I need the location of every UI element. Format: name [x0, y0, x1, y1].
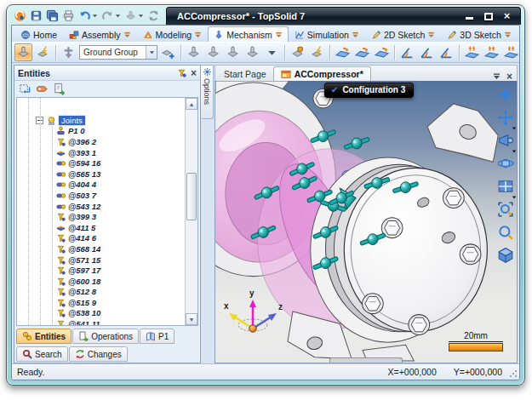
panel-tab[interactable]: Entities [16, 329, 72, 344]
minimize-button[interactable] [464, 11, 475, 21]
toolbar-button[interactable] [308, 43, 326, 61]
toolbar-button[interactable] [185, 43, 203, 61]
toolbar-button[interactable] [463, 43, 481, 61]
tree-item-joint[interactable]: @399 3 [17, 211, 185, 222]
view-tool-button[interactable] [497, 201, 514, 218]
scroll-up-icon[interactable]: ▲ [186, 98, 197, 110]
toolbar-button[interactable] [204, 43, 222, 61]
toolbar-button[interactable] [418, 43, 436, 61]
ribbon-tab[interactable]: Home [14, 26, 63, 42]
ribbon-chevron-icon[interactable] [194, 31, 202, 38]
panel-tab[interactable]: Operations [72, 329, 139, 344]
ribbon-tab[interactable]: Simulation [289, 26, 365, 42]
ribbon-tab[interactable]: Assembly [63, 26, 137, 42]
tab-list-icon[interactable] [493, 73, 501, 80]
view-tool-button[interactable] [497, 86, 514, 103]
qat-button[interactable] [45, 9, 60, 24]
tree-item-joint[interactable]: @541 11 [17, 318, 185, 325]
view-tool-button[interactable] [497, 247, 514, 264]
tree-item-joint[interactable]: @393 1 [17, 147, 185, 158]
tree-item-joint[interactable]: @512 8 [17, 287, 185, 298]
ribbon-tab[interactable]: Mechanism [208, 26, 289, 42]
toolbar-button[interactable] [14, 43, 32, 61]
3d-viewport[interactable]: ✔ Configuration 3 x y z [215, 81, 518, 363]
toolbar-button[interactable] [353, 43, 371, 61]
tree-item-joint[interactable]: @414 6 [17, 233, 185, 244]
tree-item-joint[interactable]: @515 9 [17, 297, 185, 308]
toolbar-button[interactable] [243, 43, 261, 61]
view-tool-button[interactable] [497, 132, 514, 149]
qat-button[interactable] [123, 9, 145, 24]
toolbar-button[interactable] [483, 43, 501, 61]
dropdown-chevron-icon[interactable] [138, 13, 144, 19]
ribbon-tab[interactable]: 2D Sketch [365, 26, 441, 42]
tree-item-joint[interactable]: @404 4 [17, 180, 185, 191]
tree-item-joint[interactable]: @396 2 [17, 136, 185, 147]
toolbar-button[interactable] [34, 43, 52, 61]
toolbar-button[interactable] [373, 43, 391, 61]
reorder-icon[interactable] [19, 83, 31, 95]
ribbon-chevron-icon[interactable] [275, 31, 283, 38]
dropdown-chevron-icon[interactable] [512, 119, 517, 124]
combobox-arrow[interactable] [146, 46, 157, 59]
tree-item-joint[interactable]: @411 5 [17, 222, 185, 233]
ribbon-chevron-icon[interactable] [352, 31, 359, 38]
dropdown-chevron-icon[interactable] [92, 13, 98, 19]
tree-item-joint[interactable]: @571 15 [17, 254, 185, 266]
ribbon-chevron-icon[interactable] [123, 31, 131, 38]
qat-button[interactable] [100, 9, 122, 24]
panel-close-icon[interactable]: × [191, 69, 197, 77]
collapsed-panel-handle[interactable] [329, 357, 403, 363]
view-tool-button[interactable] [497, 155, 514, 172]
tree-scrollbar[interactable]: ▲ ▼ [185, 98, 197, 325]
scroll-down-icon[interactable]: ▼ [186, 313, 197, 325]
ribbon-chevron-icon[interactable] [427, 31, 435, 38]
qat-button[interactable] [77, 9, 99, 24]
options-tab[interactable]: Options [201, 65, 214, 119]
view-tool-button[interactable] [497, 178, 514, 195]
ground-group-combobox[interactable]: Ground Group [79, 45, 157, 60]
tree-scroll-area[interactable]: Joints P1 0 @396 2 [17, 98, 185, 325]
view-tool-button[interactable] [497, 109, 514, 126]
dropdown-chevron-icon[interactable] [512, 188, 517, 193]
view-tool-button[interactable] [497, 224, 514, 241]
toolbar-button[interactable] [334, 43, 352, 61]
toolbar-button[interactable] [398, 43, 416, 61]
document-tab[interactable]: ACCompressor* [273, 66, 371, 81]
pin-icon[interactable] [177, 68, 186, 77]
tree-item-joint[interactable]: @503 7 [17, 190, 185, 201]
ribbon-tab[interactable]: Visualization [518, 26, 520, 42]
qat-button[interactable] [13, 9, 27, 24]
toolbar-button[interactable] [289, 43, 306, 61]
panel-tab[interactable]: Search [16, 346, 68, 362]
toolbar-button[interactable] [502, 43, 520, 61]
tree-item-joint[interactable]: @594 16 [17, 157, 185, 169]
ribbon-tab[interactable]: 3D Sketch [441, 26, 517, 42]
export-icon[interactable] [53, 83, 66, 95]
qat-button[interactable] [61, 9, 76, 24]
tree-item-joint[interactable]: P1 0 [17, 126, 185, 137]
ribbon-tab[interactable]: Modeling [137, 26, 209, 42]
document-tab[interactable]: Start Page [217, 66, 273, 81]
tree-item-joint[interactable]: @538 10 [17, 308, 185, 319]
toolbar-button[interactable] [159, 43, 177, 61]
qat-button[interactable] [29, 9, 43, 24]
tag-icon[interactable] [36, 83, 49, 95]
toolbar-button[interactable] [224, 43, 242, 61]
tree-item-joint[interactable]: @597 17 [17, 265, 185, 276]
tree-item-joint[interactable]: @565 13 [17, 169, 185, 180]
qat-button[interactable] [146, 9, 161, 24]
dropdown-chevron-icon[interactable] [115, 13, 121, 19]
close-button[interactable]: × [501, 11, 512, 21]
scrollbar-thumb[interactable] [186, 173, 197, 220]
tree-item-joint[interactable]: @568 14 [17, 243, 185, 254]
close-document-icon[interactable]: × [506, 72, 512, 81]
toolbar-button[interactable] [438, 43, 455, 61]
tree-item-joint[interactable]: @543 12 [17, 201, 185, 212]
panel-tab[interactable]: P1 [140, 329, 174, 344]
tree-item-joints[interactable]: Joints [17, 115, 185, 126]
toolbar-button[interactable] [263, 43, 281, 61]
ribbon-chevron-icon[interactable] [504, 31, 512, 38]
resize-grip[interactable] [509, 369, 518, 378]
tree-item-joint[interactable]: @600 18 [17, 276, 185, 287]
